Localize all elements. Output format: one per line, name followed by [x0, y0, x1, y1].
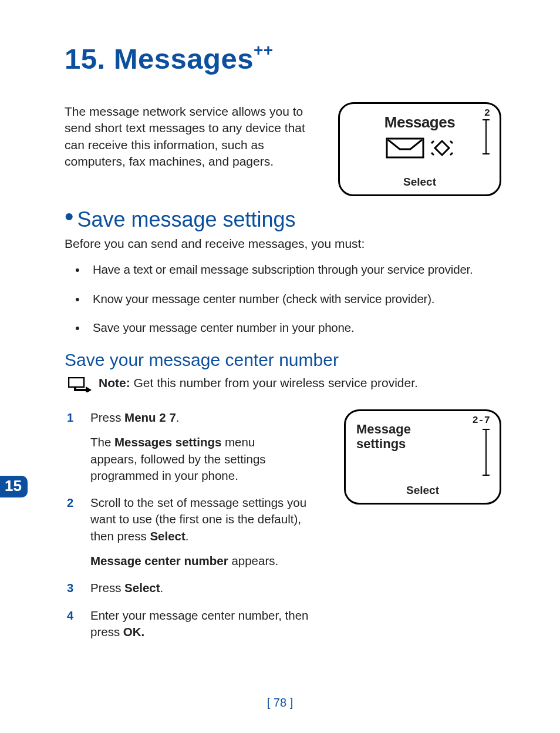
phone-screen-settings: 2-7 Message settings Select: [344, 409, 501, 505]
requirement-item: Save your message center number in your …: [93, 320, 501, 336]
step-bold: Messages settings: [114, 435, 221, 449]
step-4: Enter your message center number, then p…: [90, 607, 328, 641]
screen2-digit: 2-7: [472, 415, 490, 426]
chapter-name: Messages: [114, 43, 254, 75]
envelope-icon: [386, 137, 424, 161]
step-text: .: [176, 411, 180, 424]
note-arrow-icon: [68, 377, 92, 395]
step-bold: Select: [150, 529, 185, 543]
step-text: Press: [90, 581, 124, 594]
step-text: Press: [90, 411, 124, 424]
step-text: appears.: [228, 554, 278, 567]
screen1-digit: 2: [484, 107, 490, 119]
requirement-item: Know your message center number (check w…: [93, 291, 501, 307]
section-title-text: Save message settings: [77, 207, 295, 231]
chapter-tab-badge: 15: [0, 476, 28, 497]
step-1: Press Menu 2 7. The Messages settings me…: [90, 409, 328, 484]
intro-paragraph: The message network service allows you t…: [65, 101, 321, 170]
bullet-icon: •: [65, 202, 73, 231]
screen1-title: Messages: [340, 113, 500, 132]
note-body: Get this number from your wireless servi…: [130, 376, 418, 389]
step-1-sub: The Messages settings menu appears, foll…: [90, 434, 302, 484]
step-text: .: [185, 529, 189, 543]
page-number: [ 78 ]: [0, 696, 560, 710]
step-text: Scroll to the set of message settings yo…: [90, 496, 306, 543]
chapter-number: 15.: [65, 43, 106, 75]
screen2-title-line2: settings: [356, 436, 500, 451]
svg-rect-0: [387, 139, 423, 157]
step-bold: OK.: [123, 625, 144, 638]
chapter-sup: ++: [254, 41, 274, 59]
sub-section-title: Save your message center number: [65, 350, 501, 370]
ring-icon: [430, 137, 454, 161]
screen2-select-label: Select: [346, 484, 500, 497]
scroll-indicator-icon: [485, 119, 487, 154]
section-title: •Save message settings: [65, 202, 501, 232]
chapter-title: 15. Messages++: [65, 41, 501, 75]
scroll-indicator-icon: [485, 429, 487, 476]
step-3: Press Select.: [90, 580, 328, 596]
screen2-title: Message settings: [356, 422, 500, 452]
svg-rect-1: [69, 378, 84, 387]
step-2: Scroll to the set of message settings yo…: [90, 495, 308, 569]
note-label: Note:: [99, 376, 130, 389]
note-row: Note: Get this number from your wireless…: [65, 376, 501, 395]
step-text: The: [90, 435, 114, 449]
section-lead: Before you can send and receive messages…: [65, 237, 501, 251]
phone-screen-messages: 2 Messages Select: [338, 102, 501, 196]
requirement-item: Have a text or email message subscriptio…: [93, 261, 501, 278]
step-2-sub: Message center number appears.: [90, 553, 308, 569]
note-text: Note: Get this number from your wireless…: [99, 376, 418, 390]
step-bold: Menu 2 7: [124, 411, 176, 424]
screen1-select-label: Select: [340, 176, 500, 189]
step-bold: Message center number: [90, 554, 228, 567]
step-text: .: [160, 581, 164, 594]
step-bold: Select: [124, 581, 160, 594]
